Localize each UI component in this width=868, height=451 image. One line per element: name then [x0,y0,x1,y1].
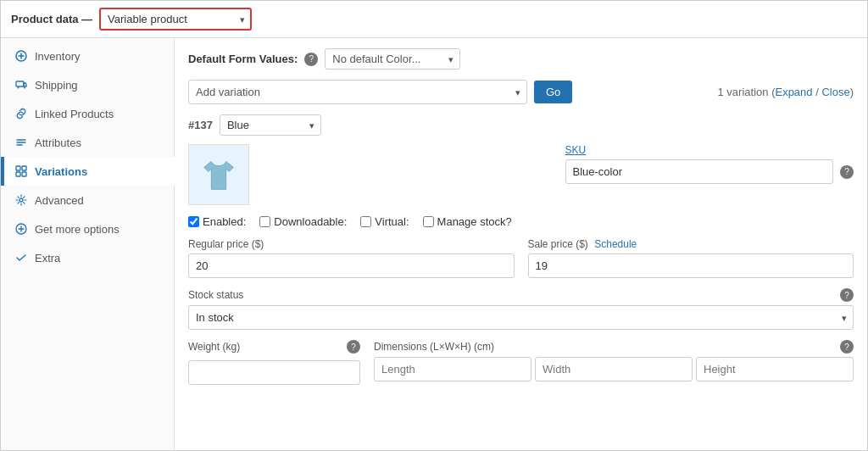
expand-link[interactable]: Expand [775,86,812,98]
svg-rect-1 [16,81,24,86]
sku-row: ? [565,159,854,184]
manage-stock-checkbox-label[interactable]: Manage stock? [423,215,512,228]
sidebar-item-label: Advanced [35,194,84,207]
stock-help-icon[interactable]: ? [840,288,854,302]
product-data-header: Product data — Variable product Simple p… [1,1,867,38]
sidebar-item-extra[interactable]: Extra [1,243,174,272]
virtual-checkbox[interactable] [360,216,371,227]
variation-item: #137 Blue Red Green [188,114,854,385]
default-form-help-icon[interactable]: ? [304,53,318,66]
linked-icon [14,107,28,120]
inventory-icon [14,49,28,63]
svg-rect-7 [22,172,26,176]
virtual-label: Virtual: [375,215,409,228]
downloadable-checkbox[interactable] [259,216,270,227]
weight-field: Weight (kg) ? [188,340,360,385]
svg-rect-5 [22,166,26,170]
weight-input[interactable] [188,360,360,385]
regular-price-label: Regular price ($) [188,238,515,250]
sidebar-item-variations[interactable]: Variations [1,157,175,186]
sku-area: SKU ? [565,144,854,184]
stock-label-row: Stock status ? [188,288,854,302]
weight-help-icon[interactable]: ? [347,340,360,354]
variations-icon [14,164,28,178]
color-select[interactable]: No default Color... Blue Red Green [325,48,460,70]
product-type-select[interactable]: Variable product Simple product Grouped … [99,8,252,31]
manage-stock-label: Manage stock? [437,215,512,228]
attributes-icon [14,136,28,149]
sidebar-item-label: Extra [35,252,60,264]
enabled-label: Enabled: [203,215,246,228]
sku-help-icon[interactable]: ? [840,165,854,179]
sidebar: Inventory Shipping Linked Products Attri… [1,38,175,450]
close-link[interactable]: Close [821,86,849,98]
price-row: Regular price ($) Sale price ($) Schedul… [188,238,854,278]
variation-body: SKU ? [188,144,854,205]
variation-color-select-wrapper: Blue Red Green [220,114,321,136]
sku-label: SKU [565,144,854,156]
weight-label: Weight (kg) [188,341,240,353]
weight-label-row: Weight (kg) ? [188,340,360,354]
variation-color-select[interactable]: Blue Red Green [220,114,321,136]
enabled-checkbox[interactable] [188,216,199,227]
extra-icon [14,251,28,264]
default-form-values-row: Default Form Values: ? No default Color.… [188,48,854,70]
height-input[interactable] [696,357,854,381]
dimensions-label: Dimensions (L×W×H) (cm) [374,341,494,353]
regular-price-field: Regular price ($) [188,238,515,278]
sidebar-item-linked-products[interactable]: Linked Products [1,99,174,128]
get-more-icon [14,222,28,236]
dimensions-label-row: Dimensions (L×W×H) (cm) ? [374,340,854,354]
svg-point-8 [19,198,23,202]
enabled-checkbox-label[interactable]: Enabled: [188,215,246,228]
sidebar-item-label: Linked Products [35,108,114,120]
sale-price-input[interactable] [528,253,854,278]
sidebar-item-inventory[interactable]: Inventory [1,42,174,70]
width-input[interactable] [535,357,693,381]
sidebar-item-get-more-options[interactable]: Get more options [1,214,174,243]
product-data-label: Product data — [11,13,92,25]
color-select-wrapper: No default Color... Blue Red Green [325,48,460,70]
svg-rect-6 [16,172,20,176]
svg-rect-4 [16,166,20,170]
stock-status-label: Stock status [188,289,243,301]
dimensions-field: Dimensions (L×W×H) (cm) ? [374,340,854,385]
add-variation-row: Add variation Add all variations Go 1 va… [188,80,854,104]
sidebar-item-label: Shipping [35,79,78,92]
sidebar-item-label: Variations [35,165,87,178]
dimensions-help-icon[interactable]: ? [840,340,854,354]
virtual-checkbox-label[interactable]: Virtual: [360,215,409,228]
dim-inputs [374,357,854,381]
sale-price-field: Sale price ($) Schedule [528,238,854,278]
length-input[interactable] [374,357,531,381]
svg-point-2 [18,87,19,89]
sale-price-label: Sale price ($) Schedule [528,238,854,250]
add-variation-select-wrapper: Add variation Add all variations [188,80,527,104]
variation-image[interactable] [188,144,249,205]
regular-price-input[interactable] [188,253,515,278]
default-form-label: Default Form Values: [188,53,298,65]
checkboxes-row: Enabled: Downloadable: Virtual: Manage s… [188,215,854,228]
downloadable-label: Downloadable: [274,215,347,228]
sidebar-item-attributes[interactable]: Attributes [1,128,174,157]
advanced-icon [14,193,28,207]
sidebar-item-shipping[interactable]: Shipping [1,70,174,99]
sku-input[interactable] [565,159,834,184]
weight-dimensions-row: Weight (kg) ? Dimensions (L×W×H) (cm) ? [188,340,854,385]
sidebar-item-label: Get more options [35,223,120,236]
go-button[interactable]: Go [534,81,572,103]
add-variation-select[interactable]: Add variation Add all variations [188,80,527,104]
stock-status-row: Stock status ? In stock Out of stock On … [188,288,854,330]
sidebar-item-advanced[interactable]: Advanced [1,186,174,214]
downloadable-checkbox-label[interactable]: Downloadable: [259,215,347,228]
product-type-wrapper: Variable product Simple product Grouped … [99,8,252,31]
manage-stock-checkbox[interactable] [423,216,434,227]
variation-count: 1 variation (Expand / Close) [718,86,854,98]
content-area: Default Form Values: ? No default Color.… [175,38,867,450]
stock-select-wrapper: In stock Out of stock On backorder [188,305,854,330]
stock-status-select[interactable]: In stock Out of stock On backorder [188,305,854,330]
variation-header: #137 Blue Red Green [188,114,854,136]
variation-id: #137 [188,119,213,131]
schedule-link[interactable]: Schedule [594,238,637,250]
sidebar-item-label: Attributes [35,136,81,149]
